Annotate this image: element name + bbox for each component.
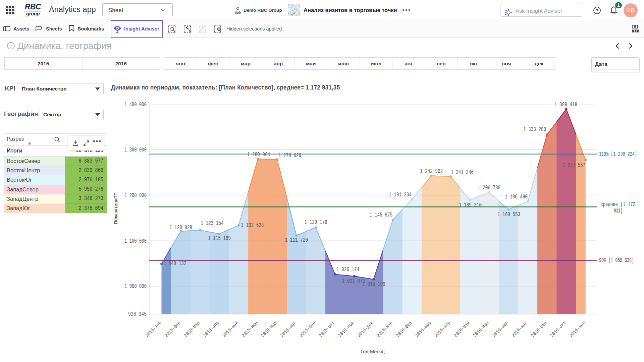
svg-text:1 389 418: 1 389 418 (554, 101, 577, 108)
svg-text:2015-ноя: 2015-ноя (337, 320, 355, 339)
svg-text:110% (1 290 224): 110% (1 290 224) (599, 151, 637, 158)
svg-text:1 100 000: 1 100 000 (124, 238, 147, 244)
svg-text:1 120 828: 1 120 828 (169, 224, 192, 231)
svg-text:1 189 310: 1 189 310 (459, 202, 482, 208)
svg-text:1 206 780: 1 206 780 (478, 184, 500, 191)
svg-text:1 015 199: 1 015 199 (363, 281, 385, 288)
svg-text:1 021 873: 1 021 873 (342, 278, 365, 285)
svg-text:2016-фев: 2016-фев (395, 320, 413, 339)
svg-text:ПоказателиТТ: ПоказателиТТ (113, 193, 118, 224)
svg-text:1 278 629: 1 278 629 (278, 152, 301, 159)
svg-text:938 345: 938 345 (128, 311, 147, 317)
svg-text:2015-июн: 2015-июн (241, 320, 259, 339)
svg-text:931): 931) (614, 207, 623, 214)
svg-text:1 111 720: 1 111 720 (285, 237, 308, 243)
svg-text:2016-сен: 2016-сен (530, 320, 548, 339)
svg-text:90% (1 055 638): 90% (1 055 638) (599, 257, 634, 264)
svg-text:1 049 132: 1 049 132 (163, 260, 186, 267)
svg-text:2016-окт: 2016-окт (549, 320, 567, 339)
svg-text:2016-май: 2016-май (453, 320, 471, 339)
svg-text:2016-авг: 2016-авг (511, 320, 529, 339)
svg-text:2016-апр: 2016-апр (434, 320, 452, 339)
svg-text:1 277 567: 1 277 567 (562, 162, 585, 169)
svg-text:2015-апр: 2015-апр (202, 320, 220, 339)
svg-text:2016-мар: 2016-мар (414, 320, 432, 339)
svg-text:1 300 000: 1 300 000 (124, 146, 147, 153)
svg-text:среднее (1 172: среднее (1 172 (600, 201, 635, 208)
svg-text:1 026 174: 1 026 174 (336, 266, 359, 273)
svg-text:1 168 553: 1 168 553 (497, 211, 520, 218)
svg-text:2015-авг: 2015-авг (279, 320, 298, 339)
svg-text:2015-окт: 2015-окт (318, 320, 336, 339)
svg-text:1 123 154: 1 123 154 (201, 220, 224, 227)
svg-text:1 186 490: 1 186 490 (505, 193, 528, 200)
svg-text:1 333 280: 1 333 280 (523, 126, 546, 133)
svg-text:2015-мар: 2015-мар (183, 320, 201, 339)
svg-text:1 133 628: 1 133 628 (241, 222, 264, 229)
svg-text:2015-фев: 2015-фев (164, 320, 182, 339)
svg-text:2016-июн: 2016-июн (472, 320, 490, 339)
svg-text:Динамика по периодам, показате: Динамика по периодам, показатель: [План … (111, 84, 340, 91)
svg-text:2015-янв: 2015-янв (145, 320, 163, 339)
svg-text:1 145 875: 1 145 875 (370, 212, 392, 218)
svg-text:Год-Месяц: Год-Месяц (361, 349, 385, 354)
svg-text:1 242 902: 1 242 902 (420, 168, 443, 175)
svg-text:2015-июл: 2015-июл (260, 320, 278, 339)
svg-text:1 200 000: 1 200 000 (124, 192, 147, 199)
svg-text:1 129 176: 1 129 176 (305, 219, 327, 226)
svg-text:1 280 064: 1 280 064 (247, 151, 270, 158)
svg-text:2016-ноя: 2016-ноя (569, 320, 587, 339)
svg-text:1 241 246: 1 241 246 (451, 169, 474, 176)
svg-text:2016-июл: 2016-июл (491, 320, 509, 339)
svg-text:1 115 189: 1 115 189 (208, 235, 231, 242)
svg-text:1 191 234: 1 191 234 (389, 191, 412, 198)
svg-text:2016-янв: 2016-янв (376, 320, 394, 339)
svg-text:2015-дек: 2015-дек (357, 320, 375, 339)
svg-text:1 000 000: 1 000 000 (124, 283, 147, 290)
svg-text:2015-май: 2015-май (221, 320, 239, 339)
svg-text:1 400 000: 1 400 000 (124, 101, 147, 108)
svg-text:2015-сен: 2015-сен (299, 320, 317, 339)
